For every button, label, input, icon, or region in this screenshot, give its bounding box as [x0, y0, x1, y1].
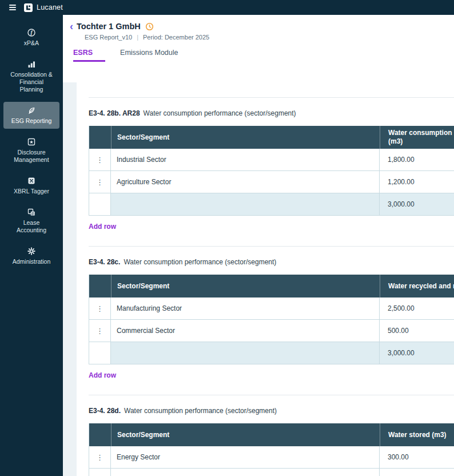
table-caption: E3-4. 28d.Water consumption performance …	[89, 407, 454, 415]
sidebar-item-disclosure-management[interactable]: Disclosure Management	[3, 133, 59, 168]
row-menu-cell[interactable]: ⋮	[89, 149, 111, 170]
xpa-function-icon: f	[27, 28, 36, 37]
value-cell[interactable]: 500.00	[380, 320, 454, 342]
row-menu-cell[interactable]: ⋮	[89, 171, 111, 193]
sidebar-item-administration[interactable]: Administration	[3, 243, 59, 269]
sidebar: f xP&A Consolidation & Financial Plannin…	[0, 15, 63, 476]
data-table: Sector/Segment Water stored (m3) ⋮ Energ…	[89, 423, 454, 476]
value-cell[interactable]: 200.00	[380, 469, 454, 476]
header-value-line2: (m3)	[388, 137, 454, 146]
svg-text:f: f	[30, 30, 33, 35]
sidebar-item-label: Administration	[13, 258, 51, 265]
app-name: Lucanet	[37, 3, 63, 11]
value-cell[interactable]: 1,200.00	[380, 171, 454, 193]
header-value-line1: Water recycled and reu	[388, 282, 454, 291]
header-value-line1: Water stored (m3)	[388, 431, 454, 439]
sector-cell[interactable]: Manufacturing Sector	[111, 298, 380, 319]
sidebar-item-label: XBRL Tagger	[14, 188, 49, 195]
table-section-28d: E3-4. 28d.Water consumption performance …	[89, 395, 454, 476]
table-caption-code: E3-4. 28b. AR28	[89, 109, 140, 117]
bar-chart-icon	[27, 60, 36, 69]
top-bar: Lucanet	[0, 0, 454, 15]
table-row: ⋮ Commercial Sector 500.00	[89, 320, 454, 342]
tab-emissions-module[interactable]: Emissions Module	[120, 49, 178, 62]
sidebar-item-label: Disclosure Management	[9, 149, 54, 164]
value-cell[interactable]: 2,500.00	[380, 298, 454, 319]
section-divider	[89, 395, 454, 395]
row-menu-cell[interactable]: ⋮	[89, 298, 111, 319]
star-document-icon	[27, 137, 36, 146]
page-header: ‹ Tochter 1 GmbH ESG Report_v10 | Period…	[63, 15, 454, 41]
kebab-menu-icon[interactable]: ⋮	[96, 305, 103, 312]
table-caption: E3-4. 28c.Water consumption performance …	[89, 258, 454, 267]
total-value-cell: 3,000.00	[380, 193, 454, 215]
leaf-icon	[27, 106, 36, 115]
sidebar-item-consolidation-financial-planning[interactable]: Consolidation & Financial Planning	[3, 55, 59, 97]
sidebar-item-label: ESG Reporting	[11, 117, 52, 125]
sidebar-item-label: Consolidation & Financial Planning	[9, 71, 54, 93]
table-total-row: 3,000.00	[89, 342, 454, 364]
table-caption-text: Water consumption performance (sector/se…	[124, 407, 277, 415]
header-sector-segment: Sector/Segment	[111, 126, 380, 149]
table-row: ⋮ Manufacturing Sector 2,500.00	[89, 298, 454, 320]
sidebar-item-lease-accounting[interactable]: Lease Accounting	[3, 204, 59, 238]
table-row: ⋮ Municipal Sector 200.00	[89, 469, 454, 476]
sector-cell[interactable]: Municipal Sector	[111, 469, 380, 476]
lucanet-logo	[24, 3, 33, 12]
sector-cell[interactable]: Energy Sector	[111, 446, 380, 468]
row-menu-cell[interactable]: ⋮	[89, 320, 111, 342]
header-sector-segment: Sector/Segment	[111, 275, 380, 298]
row-menu-cell	[89, 193, 111, 215]
data-table: Sector/Segment Water recycled and reu ⋮ …	[89, 275, 454, 364]
table-caption: E3-4. 28b. AR28Water consumption perform…	[89, 109, 454, 118]
header-sector-segment: Sector/Segment	[111, 423, 380, 446]
sidebar-item-xbrl-tagger[interactable]: XBRL Tagger	[3, 172, 59, 199]
sidebar-item-esg-reporting[interactable]: ESG Reporting	[3, 102, 59, 129]
sidebar-item-xpa[interactable]: f xP&A	[3, 24, 59, 51]
table-row: ⋮ Energy Sector 300.00	[89, 446, 454, 469]
table-row: ⋮ Agriculture Sector 1,200.00	[89, 171, 454, 193]
sector-cell[interactable]: Agriculture Sector	[111, 171, 380, 193]
value-cell[interactable]: 1,800.00	[380, 149, 454, 170]
section-divider	[89, 97, 454, 98]
table-header-row: Sector/Segment Water consumption in a (m…	[89, 126, 454, 149]
hamburger-menu-icon[interactable]	[9, 5, 16, 10]
clock-status-icon	[145, 22, 154, 31]
add-row-button[interactable]: Add row	[89, 223, 116, 231]
gear-icon	[27, 247, 36, 256]
content-sheet: E3-4. 28b. AR28Water consumption perform…	[77, 82, 454, 476]
subtitle-separator: |	[137, 34, 138, 41]
header-actions-cell	[89, 423, 111, 446]
kebab-menu-icon[interactable]: ⋮	[96, 178, 103, 186]
section-divider	[89, 246, 454, 247]
kebab-menu-icon[interactable]: ⋮	[96, 156, 103, 164]
header-value-column: Water recycled and reu	[380, 275, 454, 298]
table-caption-text: Water consumption performance (sector/se…	[124, 258, 276, 266]
report-name: ESG Report_v10	[85, 34, 132, 41]
main-content: ‹ Tochter 1 GmbH ESG Report_v10 | Period…	[63, 15, 454, 476]
tab-esrs[interactable]: ESRS	[73, 49, 105, 62]
add-row-button[interactable]: Add row	[89, 371, 116, 379]
value-cell[interactable]: 300.00	[380, 446, 454, 468]
table-header-row: Sector/Segment Water recycled and reu	[89, 275, 454, 298]
lease-calculator-icon	[27, 208, 36, 217]
row-menu-cell[interactable]: ⋮	[89, 469, 111, 476]
data-table: Sector/Segment Water consumption in a (m…	[89, 126, 454, 216]
sector-cell[interactable]: Industrial Sector	[111, 149, 380, 170]
total-value-cell: 3,000.00	[380, 342, 454, 364]
back-chevron-icon[interactable]: ‹	[70, 22, 73, 30]
total-sector-cell	[111, 193, 380, 215]
header-actions-cell	[89, 126, 111, 149]
sector-cell[interactable]: Commercial Sector	[111, 320, 380, 342]
table-header-row: Sector/Segment Water stored (m3)	[89, 423, 454, 446]
tab-bar: ESRS Emissions Module	[63, 49, 454, 62]
kebab-menu-icon[interactable]: ⋮	[96, 327, 103, 335]
sidebar-item-label: xP&A	[24, 39, 39, 47]
row-menu-cell[interactable]: ⋮	[89, 446, 111, 468]
header-actions-cell	[89, 275, 111, 298]
period-label: Period: December 2025	[143, 34, 209, 41]
report-subtitle: ESG Report_v10 | Period: December 2025	[85, 34, 454, 41]
kebab-menu-icon[interactable]: ⋮	[96, 454, 103, 461]
table-total-row: 3,000.00	[89, 193, 454, 216]
table-caption-text: Water consumption performance (sector/se…	[144, 109, 296, 117]
